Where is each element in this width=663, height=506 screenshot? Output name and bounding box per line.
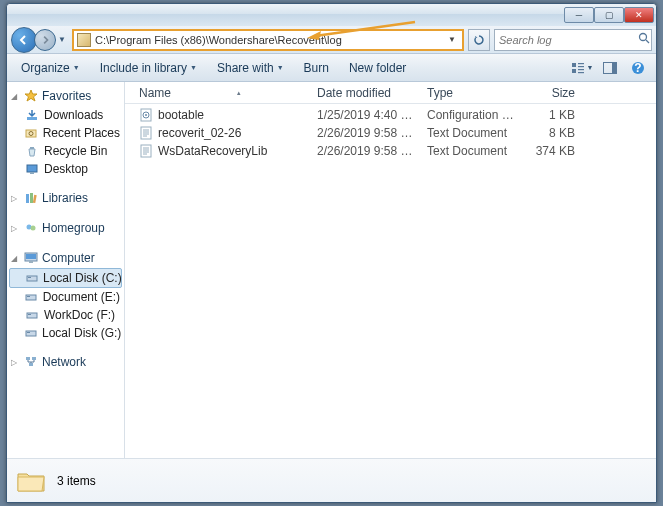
explorer-window: ─ ▢ ✕ ▼ ▼ bbox=[6, 3, 657, 503]
svg-rect-35 bbox=[27, 332, 30, 333]
arrow-left-icon bbox=[18, 34, 30, 46]
folder-large-icon bbox=[15, 465, 47, 497]
svg-point-41 bbox=[145, 114, 147, 116]
network-header[interactable]: ▷ Network bbox=[7, 352, 124, 372]
nav-history-dropdown[interactable]: ▼ bbox=[56, 31, 68, 49]
svg-rect-7 bbox=[572, 69, 576, 73]
computer-header[interactable]: ◢ Computer bbox=[7, 248, 124, 268]
file-list: Name▴ Date modified Type Size bootable1/… bbox=[125, 82, 656, 458]
refresh-icon bbox=[473, 34, 485, 46]
column-headers: Name▴ Date modified Type Size bbox=[125, 82, 656, 104]
svg-rect-30 bbox=[26, 295, 36, 300]
recent-icon bbox=[25, 126, 38, 140]
svg-rect-18 bbox=[27, 165, 37, 172]
homegroup-header[interactable]: ▷ Homegroup bbox=[7, 218, 124, 238]
minimize-button[interactable]: ─ bbox=[564, 7, 594, 23]
address-input[interactable] bbox=[91, 34, 445, 46]
file-row[interactable]: WsDataRecoveryLib2/26/2019 9:58 PMText D… bbox=[125, 142, 656, 160]
column-date[interactable]: Date modified bbox=[311, 86, 421, 100]
refresh-button[interactable] bbox=[468, 29, 490, 51]
file-date: 2/26/2019 9:58 PM bbox=[311, 126, 421, 140]
sidebar-item-disk-g[interactable]: Local Disk (G:) bbox=[7, 324, 124, 342]
svg-rect-26 bbox=[26, 254, 36, 259]
titlebar: ─ ▢ ✕ bbox=[7, 4, 656, 26]
column-name[interactable]: Name▴ bbox=[133, 86, 311, 100]
file-size: 8 KB bbox=[521, 126, 581, 140]
network-icon bbox=[24, 355, 38, 369]
file-row[interactable]: recoverit_02-262/26/2019 9:58 PMText Doc… bbox=[125, 124, 656, 142]
file-row[interactable]: bootable1/25/2019 4:40 PMConfiguration s… bbox=[125, 106, 656, 124]
column-type[interactable]: Type bbox=[421, 86, 521, 100]
arrow-right-icon bbox=[40, 35, 50, 45]
svg-point-24 bbox=[31, 226, 36, 231]
status-bar: 3 items bbox=[7, 458, 656, 502]
libraries-header[interactable]: ▷ Libraries bbox=[7, 188, 124, 208]
svg-rect-9 bbox=[578, 72, 584, 73]
svg-rect-34 bbox=[26, 331, 36, 336]
sidebar-item-disk-f[interactable]: WorkDoc (F:) bbox=[7, 306, 124, 324]
sidebar-item-disk-e[interactable]: Document (E:) bbox=[7, 288, 124, 306]
include-library-button[interactable]: Include in library▼ bbox=[92, 58, 205, 78]
help-button[interactable]: ? bbox=[626, 57, 650, 79]
toolbar: Organize▼ Include in library▼ Share with… bbox=[7, 54, 656, 82]
svg-line-1 bbox=[646, 40, 649, 43]
collapse-icon: ◢ bbox=[11, 254, 20, 263]
file-name: bootable bbox=[158, 108, 204, 122]
file-date: 2/26/2019 9:58 PM bbox=[311, 144, 421, 158]
sidebar-item-desktop[interactable]: Desktop bbox=[7, 160, 124, 178]
search-input[interactable] bbox=[499, 34, 638, 46]
search-icon[interactable] bbox=[638, 32, 650, 47]
preview-pane-button[interactable] bbox=[598, 57, 622, 79]
svg-rect-17 bbox=[30, 147, 34, 149]
svg-rect-27 bbox=[29, 261, 33, 263]
sidebar-item-recycle[interactable]: Recycle Bin bbox=[7, 142, 124, 160]
recycle-icon bbox=[25, 144, 39, 158]
address-row: ▼ ▼ bbox=[7, 26, 656, 54]
file-icon bbox=[139, 108, 153, 122]
maximize-button[interactable]: ▢ bbox=[594, 7, 624, 23]
homegroup-icon bbox=[24, 221, 38, 235]
organize-button[interactable]: Organize▼ bbox=[13, 58, 88, 78]
file-type: Text Document bbox=[421, 144, 521, 158]
column-size[interactable]: Size bbox=[521, 86, 581, 100]
body: ◢ Favorites Downloads Recent Places Recy… bbox=[7, 82, 656, 458]
folder-icon bbox=[77, 33, 91, 47]
share-with-button[interactable]: Share with▼ bbox=[209, 58, 292, 78]
svg-rect-42 bbox=[141, 127, 151, 139]
nav-buttons: ▼ bbox=[11, 27, 68, 53]
svg-rect-31 bbox=[27, 296, 30, 297]
chevron-down-icon: ▼ bbox=[73, 64, 80, 71]
view-button[interactable]: ▼ bbox=[570, 57, 594, 79]
disk-icon bbox=[25, 308, 39, 322]
svg-text:?: ? bbox=[634, 61, 641, 75]
address-dropdown[interactable]: ▼ bbox=[445, 35, 459, 44]
svg-rect-11 bbox=[612, 63, 616, 73]
svg-rect-19 bbox=[30, 172, 34, 174]
address-bar[interactable]: ▼ bbox=[72, 29, 464, 51]
sidebar-item-disk-c[interactable]: Local Disk (C:) bbox=[9, 268, 122, 288]
file-size: 1 KB bbox=[521, 108, 581, 122]
svg-point-0 bbox=[640, 34, 647, 41]
expand-icon: ▷ bbox=[11, 194, 20, 203]
search-box[interactable] bbox=[494, 29, 652, 51]
sidebar-item-recent[interactable]: Recent Places bbox=[7, 124, 124, 142]
favorites-header[interactable]: ◢ Favorites bbox=[7, 86, 124, 106]
file-date: 1/25/2019 4:40 PM bbox=[311, 108, 421, 122]
sort-asc-icon: ▴ bbox=[237, 89, 241, 97]
item-count: 3 items bbox=[57, 474, 96, 488]
close-button[interactable]: ✕ bbox=[624, 7, 654, 23]
file-name: WsDataRecoveryLib bbox=[158, 144, 267, 158]
file-type: Text Document bbox=[421, 126, 521, 140]
svg-rect-6 bbox=[578, 66, 584, 67]
sidebar-item-downloads[interactable]: Downloads bbox=[7, 106, 124, 124]
new-folder-button[interactable]: New folder bbox=[341, 58, 414, 78]
burn-button[interactable]: Burn bbox=[296, 58, 337, 78]
help-icon: ? bbox=[631, 61, 645, 75]
computer-group: ◢ Computer Local Disk (C:) Document (E:)… bbox=[7, 248, 124, 342]
file-icon bbox=[139, 144, 153, 158]
forward-button[interactable] bbox=[34, 29, 56, 51]
libraries-icon bbox=[24, 191, 38, 205]
view-icon bbox=[571, 61, 585, 75]
disk-icon bbox=[25, 290, 38, 304]
file-type: Configuration sett... bbox=[421, 108, 521, 122]
